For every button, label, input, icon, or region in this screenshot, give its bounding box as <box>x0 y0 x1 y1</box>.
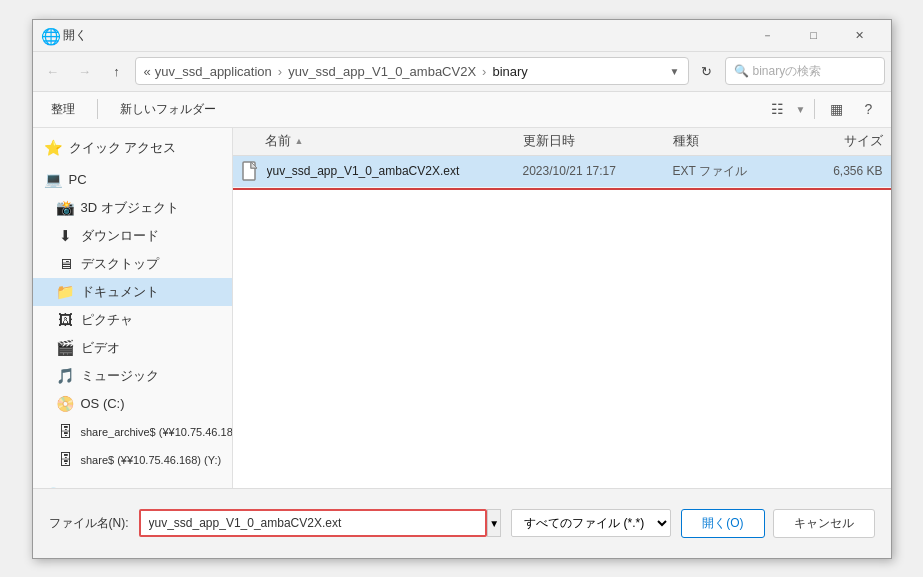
toolbar-right: ☷ ▼ ▦ ? <box>764 95 883 123</box>
toolbar-separator <box>97 99 98 119</box>
sidebar-section-pc: 💻 PC 📸 3D オブジェクト ⬇ ダウンロード 🖥 デスクトップ 📁 <box>33 166 232 474</box>
sidebar-item-pictures[interactable]: 🖼 ピクチャ <box>33 306 232 334</box>
search-placeholder: binaryの検索 <box>753 63 822 80</box>
desktop-icon: 🖥 <box>57 255 75 273</box>
pictures-icon: 🖼 <box>57 311 75 329</box>
column-type[interactable]: 種類 <box>673 132 793 150</box>
breadcrumb-item3[interactable]: binary <box>492 64 527 79</box>
search-box[interactable]: 🔍 binaryの検索 <box>725 57 885 85</box>
file-list-header: 名前 ▲ 更新日時 種類 サイズ <box>233 128 891 156</box>
column-date[interactable]: 更新日時 <box>523 132 673 150</box>
sidebar-desktop-label: デスクトップ <box>81 255 159 273</box>
sidebar-item-osdrive[interactable]: 📀 OS (C:) <box>33 390 232 418</box>
back-button[interactable]: ← <box>39 57 67 85</box>
column-size-label: サイズ <box>844 133 883 148</box>
sidebar-item-pc[interactable]: 💻 PC <box>33 166 232 194</box>
filename-dropdown[interactable]: ▼ <box>487 509 501 537</box>
music-icon: 🎵 <box>57 367 75 385</box>
breadcrumb-sep1: › <box>278 64 282 79</box>
help-button[interactable]: ? <box>855 95 883 123</box>
sidebar-item-desktop[interactable]: 🖥 デスクトップ <box>33 250 232 278</box>
breadcrumb-sep2: › <box>482 64 486 79</box>
up-button[interactable]: ↑ <box>103 57 131 85</box>
sidebar-item-share-archive[interactable]: 🗄 share_archive$ (¥¥10.75.46.187) ( <box>33 418 232 446</box>
os-drive-icon: 📀 <box>57 395 75 413</box>
sidebar-item-music[interactable]: 🎵 ミュージック <box>33 362 232 390</box>
sort-arrow: ▲ <box>295 136 304 146</box>
sidebar-item-downloads[interactable]: ⬇ ダウンロード <box>33 222 232 250</box>
sidebar-music-label: ミュージック <box>81 367 159 385</box>
breadcrumb-item1[interactable]: yuv_ssd_application <box>155 64 272 79</box>
column-size[interactable]: サイズ <box>793 132 883 150</box>
sidebar: ⭐ クイック アクセス 💻 PC 📸 3D オブジェクト ⬇ ダウンロード 🖥 <box>33 128 233 488</box>
main-area: ⭐ クイック アクセス 💻 PC 📸 3D オブジェクト ⬇ ダウンロード 🖥 <box>33 128 891 488</box>
bottom-bar: ファイル名(N): ▼ すべてのファイル (*.*) 開く(O) キャンセル <box>33 488 891 558</box>
address-bar-row: ← → ↑ « yuv_ssd_application › yuv_ssd_ap… <box>33 52 891 92</box>
sidebar-share-label: share$ (¥¥10.75.46.168) (Y:) <box>81 454 222 466</box>
download-icon: ⬇ <box>57 227 75 245</box>
organize-button[interactable]: 整理 <box>41 97 85 122</box>
minimize-button[interactable]: － <box>745 19 791 51</box>
filetype-select[interactable]: すべてのファイル (*.*) <box>511 509 671 537</box>
close-button[interactable]: ✕ <box>837 19 883 51</box>
maximize-button[interactable]: □ <box>791 19 837 51</box>
sidebar-item-documents[interactable]: 📁 ドキュメント <box>33 278 232 306</box>
search-icon: 🔍 <box>734 64 749 78</box>
file-date-cell: 2023/10/21 17:17 <box>523 164 673 178</box>
breadcrumb-item2[interactable]: yuv_ssd_app_V1_0_ambaCV2X <box>288 64 476 79</box>
dialog-icon: 🌐 <box>41 27 57 43</box>
column-date-label: 更新日時 <box>523 133 575 148</box>
view-dropdown-icon[interactable]: ▼ <box>796 104 806 115</box>
new-folder-button[interactable]: 新しいフォルダー <box>110 97 226 122</box>
title-bar-buttons: － □ ✕ <box>745 19 883 51</box>
breadcrumb-part1: « <box>144 64 151 79</box>
quick-access-icon: ⭐ <box>45 139 63 157</box>
sidebar-item-share[interactable]: 🗄 share$ (¥¥10.75.46.168) (Y:) <box>33 446 232 474</box>
file-open-dialog: 🌐 開く － □ ✕ ← → ↑ « yuv_ssd_application ›… <box>32 19 892 559</box>
sidebar-quick-access[interactable]: ⭐ クイック アクセス <box>33 134 232 162</box>
file-type-cell: EXT ファイル <box>673 163 793 180</box>
sidebar-pictures-label: ピクチャ <box>81 311 133 329</box>
table-row[interactable]: yuv_ssd_app_V1_0_ambaCV2X.ext 2023/10/21… <box>233 156 891 188</box>
file-list: yuv_ssd_app_V1_0_ambaCV2X.ext 2023/10/21… <box>233 156 891 488</box>
address-bar-dropdown-icon[interactable]: ▼ <box>670 66 680 77</box>
share-icon: 🗄 <box>57 451 75 469</box>
view-mode-button[interactable]: ☷ <box>764 95 792 123</box>
sidebar-quick-access-label: クイック アクセス <box>69 139 177 157</box>
open-button[interactable]: 開く(O) <box>681 509 764 538</box>
file-icon <box>241 161 261 181</box>
sidebar-share-archive-label: share_archive$ (¥¥10.75.46.187) ( <box>81 426 233 438</box>
sidebar-item-videos[interactable]: 🎬 ビデオ <box>33 334 232 362</box>
filename-input-wrap: ▼ <box>139 509 502 537</box>
bottom-buttons: 開く(O) キャンセル <box>681 509 874 538</box>
sidebar-3d-label: 3D オブジェクト <box>81 199 179 217</box>
documents-icon: 📁 <box>57 283 75 301</box>
3d-icon: 📸 <box>57 199 75 217</box>
panel-toggle-button[interactable]: ▦ <box>823 95 851 123</box>
file-size-cell: 6,356 KB <box>793 164 883 178</box>
videos-icon: 🎬 <box>57 339 75 357</box>
share-archive-icon: 🗄 <box>57 423 75 441</box>
file-area: 名前 ▲ 更新日時 種類 サイズ <box>233 128 891 488</box>
sidebar-documents-label: ドキュメント <box>81 283 159 301</box>
title-bar: 🌐 開く － □ ✕ <box>33 20 891 52</box>
sidebar-item-3dobjects[interactable]: 📸 3D オブジェクト <box>33 194 232 222</box>
cancel-button[interactable]: キャンセル <box>773 509 875 538</box>
file-name-cell: yuv_ssd_app_V1_0_ambaCV2X.ext <box>267 164 523 178</box>
toolbar-row: 整理 新しいフォルダー ☷ ▼ ▦ ? <box>33 92 891 128</box>
sidebar-downloads-label: ダウンロード <box>81 227 159 245</box>
address-bar[interactable]: « yuv_ssd_application › yuv_ssd_app_V1_0… <box>135 57 689 85</box>
filename-input[interactable] <box>139 509 488 537</box>
toolbar-sep2 <box>814 99 815 119</box>
column-name-label: 名前 <box>265 132 291 150</box>
pc-icon: 💻 <box>45 171 63 189</box>
refresh-button[interactable]: ↻ <box>693 57 721 85</box>
sidebar-pc-label: PC <box>69 172 87 187</box>
sidebar-os-label: OS (C:) <box>81 396 125 411</box>
filename-label: ファイル名(N): <box>49 515 129 532</box>
forward-button[interactable]: → <box>71 57 99 85</box>
sidebar-videos-label: ビデオ <box>81 339 120 357</box>
column-name[interactable]: 名前 ▲ <box>241 132 523 150</box>
file-svg-icon <box>242 161 260 181</box>
column-type-label: 種類 <box>673 133 699 148</box>
